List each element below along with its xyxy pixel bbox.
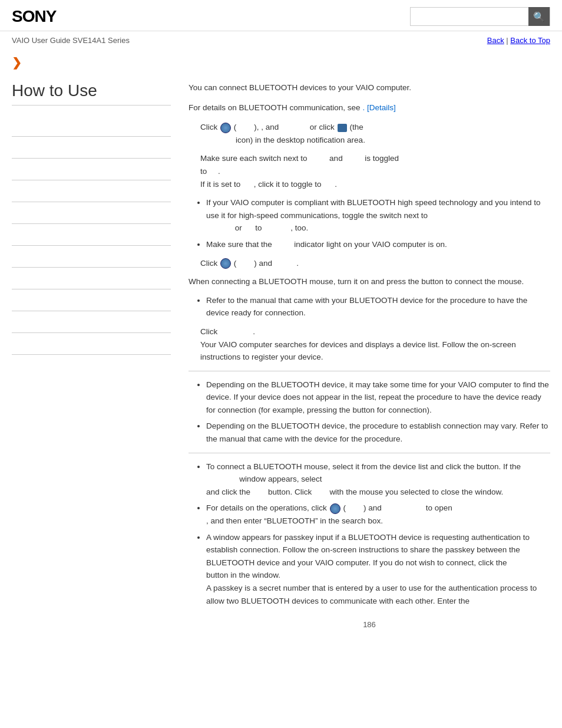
sidebar: How to Use <box>0 70 183 643</box>
step6-block: Click . Your VAIO computer searches for … <box>200 325 550 364</box>
search-icon: 🔍 <box>533 11 545 22</box>
sidebar-item[interactable] <box>12 311 171 333</box>
sidebar-item[interactable] <box>12 224 171 246</box>
back-link[interactable]: Back <box>487 36 504 45</box>
sidebar-item[interactable] <box>12 137 171 159</box>
step2-text: Make sure each switch next to and is tog… <box>200 152 550 165</box>
sidebar-items <box>12 115 171 355</box>
sidebar-item[interactable] <box>12 115 171 137</box>
sidebar-item[interactable] <box>12 268 171 289</box>
sidebar-item[interactable] <box>12 202 171 224</box>
step6-click: Click . <box>200 325 550 338</box>
sony-logo: SONY <box>12 7 56 26</box>
tip-list: To connect a BLUETOOTH mouse, select it … <box>206 460 550 608</box>
tip-bullet-1: To connect a BLUETOOTH mouse, select it … <box>206 460 550 499</box>
divider-2 <box>189 453 550 453</box>
sidebar-title: How to Use <box>12 81 171 106</box>
details-link[interactable]: . [Details] <box>362 103 395 112</box>
tip-bullet-3: A window appears for passkey input if a … <box>206 531 550 608</box>
step3-text: If it is set to , click it to toggle to … <box>200 178 550 191</box>
main-content: You can connect BLUETOOTH devices to you… <box>183 70 562 643</box>
bullet-list-2: Refer to the manual that came with your … <box>206 294 550 319</box>
layout: How to Use You can connect BLUETOOTH dev… <box>0 70 562 655</box>
search-bar: 🔍 <box>410 7 550 26</box>
page-number: 186 <box>189 619 550 631</box>
sidebar-item[interactable] <box>12 159 171 180</box>
search-button[interactable]: 🔍 <box>528 7 550 26</box>
nav-links: Back | Back to Top <box>487 36 550 45</box>
breadcrumb: VAIO User Guide SVE14A1 Series <box>12 36 130 45</box>
bullet-item-2: Make sure that the indicator light on yo… <box>206 238 550 251</box>
bluetooth-icon-1 <box>220 123 231 133</box>
bluetooth-icon-2 <box>220 258 231 269</box>
sidebar-item[interactable] <box>12 180 171 202</box>
note-list: Depending on the BLUETOOTH device, it ma… <box>206 378 550 446</box>
breadcrumb-arrow: ❯ <box>0 50 562 70</box>
step5-text: When connecting a BLUETOOTH mouse, turn … <box>189 275 550 288</box>
sidebar-item[interactable] <box>12 246 171 268</box>
note-bullet-1: Depending on the BLUETOOTH device, it ma… <box>206 378 550 417</box>
bullet-item-1: If your VAIO computer is compliant with … <box>206 196 550 235</box>
sub-header: VAIO User Guide SVE14A1 Series Back | Ba… <box>0 31 562 50</box>
step4-text: Click ( ) and . <box>200 257 550 270</box>
header: SONY 🔍 <box>0 0 562 31</box>
sidebar-item[interactable] <box>12 333 171 355</box>
intro-line1: You can connect BLUETOOTH devices to you… <box>189 81 550 94</box>
step1-click: Click <box>200 123 217 131</box>
bluetooth-icon-3 <box>330 503 340 514</box>
step2-to: to . <box>200 165 550 178</box>
step1-suffix: icon) in the desktop notification area. <box>236 134 550 147</box>
search-input[interactable] <box>411 8 528 25</box>
step6-desc: Your VAIO computer searches for devices … <box>200 338 550 364</box>
windows-icon <box>338 124 347 132</box>
separator: | <box>506 36 508 45</box>
sidebar-item[interactable] <box>12 289 171 311</box>
back-to-top-link[interactable]: Back to Top <box>510 36 550 45</box>
step4-block: Click ( ) and . <box>200 257 550 270</box>
bullet-list-1: If your VAIO computer is compliant with … <box>206 196 550 251</box>
step1-text: Click ( ), , and or click (the <box>200 121 550 134</box>
step1-block: Click ( ), , and or click (the icon) in … <box>200 121 550 146</box>
tip-bullet-2: For details on the operations, click ( )… <box>206 502 550 527</box>
note-bullet-2: Depending on the BLUETOOTH device, the p… <box>206 420 550 445</box>
divider-1 <box>189 371 550 371</box>
bullet-item-3: Refer to the manual that came with your … <box>206 294 550 319</box>
intro-line2: For details on BLUETOOTH communication, … <box>189 101 550 114</box>
step2-block: Make sure each switch next to and is tog… <box>200 152 550 190</box>
